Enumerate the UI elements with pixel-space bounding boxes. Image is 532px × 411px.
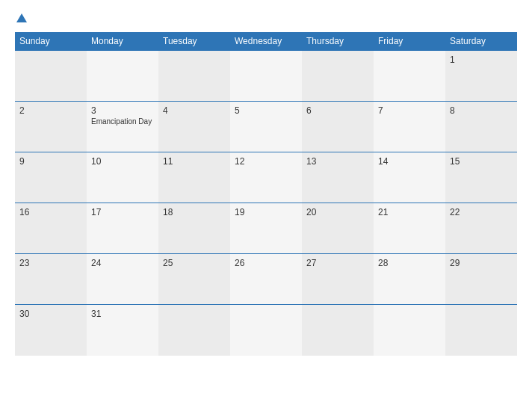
day-number: 24 bbox=[91, 258, 154, 268]
calendar-day-cell: 26 bbox=[230, 254, 302, 305]
day-number: 14 bbox=[378, 156, 441, 167]
day-number: 27 bbox=[306, 258, 369, 268]
day-number: 13 bbox=[306, 156, 369, 167]
day-number: 9 bbox=[19, 156, 82, 167]
day-of-week-header: Thursday bbox=[302, 32, 374, 51]
day-number: 18 bbox=[163, 207, 226, 217]
day-number: 28 bbox=[378, 258, 441, 268]
calendar-day-cell bbox=[15, 51, 87, 102]
day-number: 19 bbox=[235, 207, 297, 217]
day-number: 2 bbox=[19, 105, 82, 116]
calendar-day-cell: 28 bbox=[374, 254, 445, 305]
calendar-day-cell: 5 bbox=[230, 102, 302, 152]
calendar-day-cell: 17 bbox=[87, 203, 158, 254]
day-of-week-header: Tuesday bbox=[158, 32, 230, 51]
day-number: 31 bbox=[91, 309, 154, 319]
day-number: 4 bbox=[163, 105, 226, 116]
calendar-day-cell bbox=[374, 305, 445, 356]
day-number: 6 bbox=[306, 105, 369, 116]
day-of-week-header: Wednesday bbox=[230, 32, 302, 51]
day-number: 23 bbox=[19, 258, 82, 268]
calendar-day-cell bbox=[158, 305, 230, 356]
calendar-day-cell bbox=[158, 51, 230, 102]
calendar-day-cell: 14 bbox=[374, 152, 445, 203]
calendar-day-cell: 21 bbox=[374, 203, 445, 254]
calendar-day-cell: 13 bbox=[302, 152, 374, 203]
logo-triangle-icon bbox=[16, 13, 27, 22]
day-number: 20 bbox=[306, 207, 369, 217]
calendar-day-cell: 30 bbox=[15, 305, 87, 356]
calendar-day-cell bbox=[230, 305, 302, 356]
day-number: 26 bbox=[235, 258, 297, 268]
day-number: 11 bbox=[163, 156, 226, 167]
day-number: 12 bbox=[235, 156, 297, 167]
day-number: 29 bbox=[450, 258, 513, 268]
calendar-day-cell: 25 bbox=[158, 254, 230, 305]
day-number: 5 bbox=[235, 105, 297, 116]
calendar-day-cell bbox=[302, 305, 374, 356]
calendar-day-cell: 10 bbox=[87, 152, 158, 203]
calendar-day-cell: 2 bbox=[15, 102, 87, 152]
calendar-day-cell: 7 bbox=[374, 102, 445, 152]
calendar-day-cell: 9 bbox=[15, 152, 87, 203]
day-number: 16 bbox=[19, 207, 82, 217]
day-number: 17 bbox=[91, 207, 154, 217]
calendar-day-cell bbox=[302, 51, 374, 102]
calendar-day-cell: 23 bbox=[15, 254, 87, 305]
calendar-day-cell: 20 bbox=[302, 203, 374, 254]
day-of-week-header: Sunday bbox=[15, 32, 87, 51]
calendar-day-cell: 12 bbox=[230, 152, 302, 203]
calendar-day-cell bbox=[374, 51, 445, 102]
calendar-day-cell bbox=[87, 51, 158, 102]
calendar-week-row: 23Emancipation Day45678 bbox=[15, 102, 517, 152]
calendar-week-row: 9101112131415 bbox=[15, 152, 517, 203]
calendar-week-row: 23242526272829 bbox=[15, 254, 517, 305]
calendar-day-cell: 29 bbox=[445, 254, 517, 305]
calendar-day-cell: 8 bbox=[445, 102, 517, 152]
calendar-day-cell: 15 bbox=[445, 152, 517, 203]
calendar-week-row: 16171819202122 bbox=[15, 203, 517, 254]
calendar-header-row: SundayMondayTuesdayWednesdayThursdayFrid… bbox=[15, 32, 517, 51]
calendar-day-cell: 11 bbox=[158, 152, 230, 203]
calendar-day-cell: 31 bbox=[87, 305, 158, 356]
calendar-day-cell: 6 bbox=[302, 102, 374, 152]
day-number: 21 bbox=[378, 207, 441, 217]
day-number: 8 bbox=[450, 105, 513, 116]
calendar-day-cell: 19 bbox=[230, 203, 302, 254]
calendar-day-cell: 18 bbox=[158, 203, 230, 254]
header bbox=[15, 13, 517, 23]
calendar-week-row: 3031 bbox=[15, 305, 517, 356]
calendar-day-cell bbox=[445, 305, 517, 356]
calendar-week-row: 1 bbox=[15, 51, 517, 102]
calendar-day-cell: 16 bbox=[15, 203, 87, 254]
day-of-week-header: Saturday bbox=[445, 32, 517, 51]
day-number: 22 bbox=[450, 207, 513, 217]
holiday-label: Emancipation Day bbox=[91, 117, 154, 126]
calendar-table: SundayMondayTuesdayWednesdayThursdayFrid… bbox=[15, 32, 517, 356]
day-number: 7 bbox=[378, 105, 441, 116]
logo bbox=[15, 13, 27, 23]
calendar-day-cell bbox=[230, 51, 302, 102]
calendar-page: SundayMondayTuesdayWednesdayThursdayFrid… bbox=[0, 0, 532, 411]
calendar-day-cell: 22 bbox=[445, 203, 517, 254]
calendar-day-cell: 1 bbox=[445, 51, 517, 102]
day-number: 1 bbox=[450, 55, 513, 65]
day-number: 3 bbox=[91, 105, 154, 116]
calendar-day-cell: 4 bbox=[158, 102, 230, 152]
day-number: 15 bbox=[450, 156, 513, 167]
day-number: 30 bbox=[19, 309, 82, 319]
calendar-day-cell: 27 bbox=[302, 254, 374, 305]
day-of-week-header: Monday bbox=[87, 32, 158, 51]
day-of-week-header: Friday bbox=[374, 32, 445, 51]
day-number: 10 bbox=[91, 156, 154, 167]
calendar-day-cell: 3Emancipation Day bbox=[87, 102, 158, 152]
calendar-day-cell: 24 bbox=[87, 254, 158, 305]
day-number: 25 bbox=[163, 258, 226, 268]
